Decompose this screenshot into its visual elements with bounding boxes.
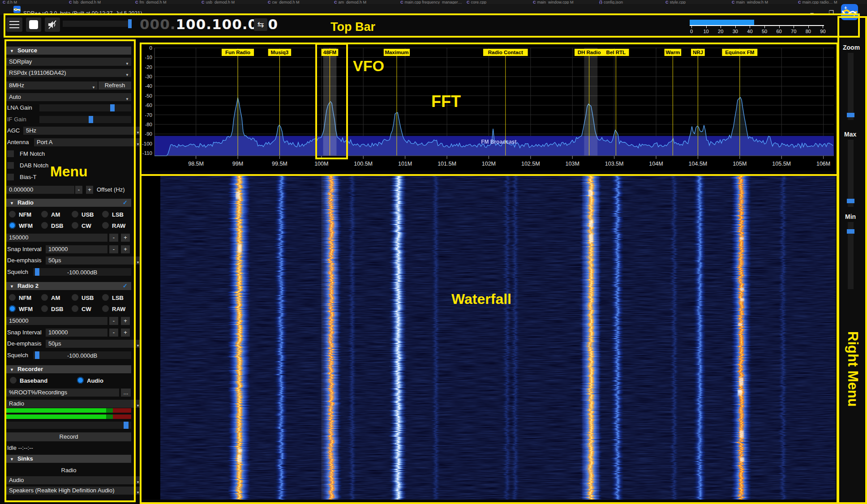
source-type-dropdown[interactable]: SDRplay▼: [6, 58, 131, 66]
record-button[interactable]: Record: [6, 432, 131, 441]
editor-tab[interactable]: Cmain_window.cpp M: [533, 0, 574, 4]
editor-tab[interactable]: Cmain_window.h M: [732, 0, 768, 4]
source-section-header[interactable]: ▼Source: [6, 47, 131, 55]
if-gain-handle[interactable]: [89, 116, 93, 123]
recorder-stream-dropdown[interactable]: Radio▼: [6, 400, 142, 408]
stop-button[interactable]: [26, 17, 41, 32]
radio2-snap-minus-button[interactable]: -: [109, 329, 118, 337]
editor-tab[interactable]: Cfm_demod.h M: [135, 0, 167, 4]
radio1-bw-minus-button[interactable]: -: [109, 234, 118, 242]
module-enabled-check-icon[interactable]: ✓: [123, 282, 128, 290]
station-label[interactable]: Equinox FM: [722, 49, 757, 56]
mode-radio-lsb[interactable]: [102, 211, 109, 218]
station-label[interactable]: DH Radio: [575, 49, 604, 56]
dab-notch-checkbox[interactable]: [7, 162, 14, 169]
mode-radio-nfm[interactable]: [9, 211, 16, 218]
mode-radio-raw[interactable]: [102, 222, 109, 229]
volume-slider-handle[interactable]: [128, 19, 132, 28]
menu-toggle-button[interactable]: [6, 17, 22, 32]
antenna-dropdown[interactable]: Port A▼: [34, 138, 142, 146]
station-label[interactable]: Radio Contact: [483, 49, 528, 56]
radio2-squelch-slider[interactable]: -100.000dB: [33, 351, 131, 359]
radio2-bw-minus-button[interactable]: -: [109, 317, 118, 325]
editor-tab[interactable]: Cmain.cpp frequency_manager…: [400, 0, 462, 4]
radio2-bw-plus-button[interactable]: +: [121, 317, 130, 325]
mode-radio-dsb[interactable]: [41, 222, 48, 229]
swap-iq-button[interactable]: ⇆: [254, 18, 267, 31]
mode-radio-wfm-selected[interactable]: [9, 222, 16, 229]
mode-radio-dsb[interactable]: [41, 305, 48, 312]
radio2-snap-input[interactable]: 100000: [46, 329, 107, 337]
station-label[interactable]: 48FM: [322, 49, 339, 56]
sinks-section-header[interactable]: ▼Sinks: [6, 455, 131, 463]
radio2-squelch-handle[interactable]: [35, 351, 39, 359]
zoom-slider-handle[interactable]: [847, 113, 854, 117]
fft-display[interactable]: 0-10-20-30-40-50-60-70-80-90-100-11098.5…: [142, 44, 836, 171]
mode-radio-cw[interactable]: [72, 305, 78, 312]
mode-radio-raw[interactable]: [102, 305, 109, 312]
station-label[interactable]: NRJ: [691, 49, 705, 56]
mode-radio-usb[interactable]: [72, 294, 78, 301]
mode-radio-cw[interactable]: [72, 222, 78, 229]
station-label[interactable]: Musiq3: [268, 49, 291, 56]
radio1-bw-plus-button[interactable]: +: [121, 234, 130, 242]
radio1-section-header[interactable]: ▼Radio✓: [6, 199, 131, 207]
max-slider-handle[interactable]: [847, 199, 854, 203]
module-enabled-check-icon[interactable]: ✓: [123, 199, 128, 207]
editor-tab[interactable]: {}config.json: [599, 0, 623, 4]
radio1-snap-minus-button[interactable]: -: [109, 245, 118, 253]
bandwidth-dropdown[interactable]: Auto▼: [6, 93, 131, 101]
mode-radio-am[interactable]: [41, 294, 48, 301]
mode-radio-usb[interactable]: [72, 211, 78, 218]
window-titlebar[interactable]: SDR++ v0.3.0_beta (Built at 00:12:37, Ju…: [0, 4, 867, 15]
recorder-path-input[interactable]: %ROOT%/Recordings: [6, 389, 119, 397]
offset-plus-button[interactable]: +: [86, 186, 93, 194]
sink-type-dropdown[interactable]: Audio▼: [6, 476, 142, 484]
mode-radio-lsb[interactable]: [102, 294, 109, 301]
recorder-browse-button[interactable]: ...: [121, 389, 131, 397]
device-dropdown[interactable]: RSPdx (191106DA42)▼: [6, 69, 131, 77]
station-label[interactable]: Bel RTL: [603, 49, 629, 56]
recorder-baseband-radio[interactable]: [10, 377, 17, 384]
zoom-slider[interactable]: [848, 53, 854, 120]
mode-radio-am[interactable]: [41, 211, 48, 218]
snr-gauge[interactable]: 0102030405060708090: [690, 20, 824, 34]
waterfall-display[interactable]: [142, 176, 836, 500]
radio1-snap-plus-button[interactable]: +: [121, 245, 130, 253]
refresh-button[interactable]: Refresh: [99, 81, 131, 90]
editor-tab[interactable]: Ccore.cpp: [467, 0, 486, 4]
bias-t-checkbox[interactable]: [7, 174, 14, 180]
editor-tab[interactable]: Clsb_demod.h M: [69, 0, 101, 4]
radio2-snap-plus-button[interactable]: +: [121, 329, 130, 337]
sink-device-dropdown[interactable]: Speakers (Realtek High Definition Audio)…: [6, 487, 142, 495]
editor-tabstrip[interactable]: Cd.h MClsb_demod.h MCfm_demod.h MCusb_de…: [0, 0, 867, 4]
min-slider[interactable]: [848, 222, 854, 289]
fm-notch-checkbox[interactable]: [7, 150, 14, 157]
lna-gain-handle[interactable]: [110, 104, 115, 111]
lna-gain-slider[interactable]: [39, 104, 131, 111]
if-gain-slider[interactable]: [39, 116, 131, 123]
max-slider[interactable]: [848, 140, 854, 207]
editor-tab[interactable]: Cstyle.cpp: [665, 0, 686, 4]
recorder-volume-slider[interactable]: [6, 422, 131, 429]
radio1-deemphasis-dropdown[interactable]: 50µs▼: [46, 256, 142, 265]
volume-slider[interactable]: [63, 21, 132, 27]
mode-radio-nfm[interactable]: [9, 294, 16, 301]
radio2-deemphasis-dropdown[interactable]: 50µs▼: [46, 340, 142, 348]
offset-input[interactable]: 0.000000: [6, 186, 74, 194]
editor-tab[interactable]: Ccw_demod.h M: [268, 0, 300, 4]
radio1-squelch-handle[interactable]: [35, 268, 39, 276]
samplerate-dropdown[interactable]: 8MHz▼: [6, 81, 98, 90]
recorder-section-header[interactable]: ▼Recorder: [6, 365, 131, 373]
mute-button[interactable]: [45, 17, 60, 32]
editor-tab[interactable]: Cusb_demod.h M: [202, 0, 235, 4]
recorder-volume-handle[interactable]: [124, 422, 129, 429]
recorder-audio-radio-selected[interactable]: [77, 377, 84, 384]
radio2-bandwidth-input[interactable]: 150000: [6, 317, 107, 325]
offset-minus-button[interactable]: -: [75, 186, 82, 194]
editor-tab[interactable]: Cam_demod.h M: [334, 0, 366, 4]
radio1-bandwidth-input[interactable]: 150000: [6, 234, 107, 242]
radio1-squelch-slider[interactable]: -100.000dB: [33, 268, 131, 276]
editor-tab[interactable]: Cmain.cpp radio… M: [798, 0, 837, 4]
radio2-section-header[interactable]: ▼Radio 2✓: [6, 282, 131, 290]
